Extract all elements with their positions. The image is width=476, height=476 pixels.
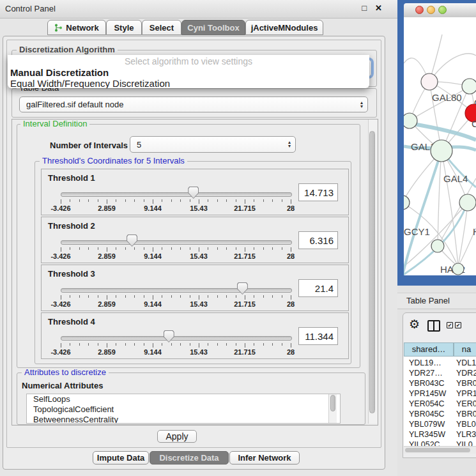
table-hscrollbar-track[interactable] bbox=[404, 446, 476, 454]
slider-tick bbox=[291, 343, 291, 348]
network-node[interactable] bbox=[431, 240, 444, 252]
table-row[interactable]: YLR345WYLR3 bbox=[404, 429, 476, 440]
slider-tick-label: 9.144 bbox=[134, 348, 172, 356]
tab-infer-network[interactable]: Infer Network bbox=[229, 451, 300, 464]
slider-tick-label: 2.859 bbox=[88, 204, 126, 212]
tab-discretize-data[interactable]: Discretize Data bbox=[150, 451, 229, 464]
table-row[interactable]: YDR27…YDR2 bbox=[404, 368, 476, 378]
network-node[interactable] bbox=[431, 140, 452, 162]
column-header-shared-name[interactable]: shared… bbox=[404, 342, 454, 357]
apply-button[interactable]: Apply bbox=[157, 430, 197, 443]
tab-label: jActiveMNodules bbox=[251, 23, 318, 33]
slider-tick-label: 15.43 bbox=[180, 300, 218, 308]
slider-tick-label: 9.144 bbox=[134, 204, 172, 212]
slider-tick-label: 21.715 bbox=[226, 300, 264, 308]
attr-scrollbar-thumb[interactable] bbox=[330, 395, 335, 411]
slider-tick bbox=[291, 295, 291, 300]
slider-tick bbox=[208, 247, 208, 250]
network-canvas[interactable]: GAL80GCGAL11GAL4GCY1HHAP2 bbox=[404, 17, 476, 275]
threshold-slider-track[interactable] bbox=[61, 240, 292, 245]
slider-tick bbox=[70, 295, 70, 298]
threshold-value-field[interactable]: 11.344 bbox=[298, 327, 338, 345]
network-node[interactable] bbox=[404, 113, 417, 128]
threshold-value-field[interactable]: 21.4 bbox=[298, 279, 338, 297]
settings-scrollbar-thumb[interactable] bbox=[369, 131, 375, 413]
table-row[interactable]: YBR045CYBR0 bbox=[404, 409, 476, 419]
split-columns-icon[interactable] bbox=[427, 320, 440, 332]
slider-tick bbox=[79, 343, 80, 346]
threshold-list: Threshold 1-3.4262.8599.14415.4321.71528… bbox=[38, 169, 347, 360]
close-icon[interactable]: ✕ bbox=[375, 3, 382, 13]
slider-thumb[interactable] bbox=[237, 282, 248, 295]
column-header-name[interactable]: na bbox=[454, 342, 476, 357]
threshold-label: Threshold 4 bbox=[48, 317, 95, 326]
tab-cyni-toolbox[interactable]: Cyni Toolbox bbox=[181, 20, 245, 35]
table-hscrollbar-thumb[interactable] bbox=[405, 448, 470, 452]
tab-style[interactable]: Style bbox=[106, 20, 142, 35]
slider-tick bbox=[153, 199, 153, 204]
slider-tick bbox=[61, 295, 61, 300]
slider-tick bbox=[254, 343, 254, 346]
tab-network[interactable]: Network bbox=[47, 20, 106, 35]
gear-icon[interactable]: ⚙ bbox=[409, 317, 420, 332]
threshold-label: Threshold 1 bbox=[48, 173, 95, 183]
table-row[interactable]: YBL079WYBL0 bbox=[404, 419, 476, 429]
table-row[interactable]: YBR043CYBR0 bbox=[404, 378, 476, 388]
table-data-combobox[interactable]: galFiltered.sif default node ▴▾ bbox=[19, 96, 368, 112]
slider-tick-label: 15.43 bbox=[180, 252, 218, 260]
slider-tick-label: 9.144 bbox=[134, 252, 172, 260]
tab-jactivemnodules[interactable]: jActiveMNodules bbox=[245, 20, 323, 35]
network-node[interactable] bbox=[462, 79, 476, 94]
table-row[interactable]: YPR145WYPR1 bbox=[404, 388, 476, 399]
network-node[interactable] bbox=[452, 263, 464, 275]
slider-tick bbox=[171, 343, 172, 346]
cell-name: YER0 bbox=[456, 399, 476, 408]
threshold-slider-track[interactable] bbox=[61, 288, 292, 293]
cell-shared-name: YDL19… bbox=[409, 358, 441, 367]
slider-tick-label: 2.859 bbox=[88, 348, 126, 356]
slider-tick bbox=[190, 199, 190, 202]
table-row[interactable]: YER054CYER0 bbox=[404, 399, 476, 409]
slider-tick bbox=[208, 343, 208, 346]
checkbox-icon[interactable]: ✔ bbox=[455, 322, 461, 328]
combo-arrows-icon: ▴▾ bbox=[360, 101, 367, 109]
slider-tick bbox=[88, 295, 89, 298]
attribute-list-item[interactable]: TopologicalCoefficient bbox=[27, 404, 340, 415]
slider-thumb[interactable] bbox=[127, 234, 137, 247]
tab-select[interactable]: Select bbox=[142, 20, 181, 35]
slider-tick bbox=[217, 199, 218, 202]
algorithm-option[interactable]: Manual Discretization bbox=[8, 67, 369, 78]
threshold-value-field[interactable]: 6.316 bbox=[298, 231, 338, 249]
slider-tick bbox=[134, 295, 135, 298]
algorithm-option[interactable]: Equal Width/Frequency Discretization bbox=[8, 78, 369, 88]
float-window-icon[interactable]: □ bbox=[362, 3, 367, 13]
slider-thumb[interactable] bbox=[188, 187, 199, 199]
attribute-list-item[interactable]: BetweennessCentrality bbox=[27, 415, 340, 424]
zoom-button[interactable] bbox=[438, 6, 447, 14]
checkbox-icon[interactable]: ✔ bbox=[447, 322, 453, 328]
slider-tick bbox=[291, 247, 291, 252]
slider-thumb[interactable] bbox=[164, 330, 174, 342]
cell-name: YLR3 bbox=[456, 430, 476, 439]
slider-tick-label: 28 bbox=[272, 300, 310, 308]
threshold-value-field[interactable]: 14.713 bbox=[298, 183, 338, 201]
network-node[interactable] bbox=[421, 73, 438, 90]
network-node[interactable] bbox=[459, 194, 476, 211]
cell-name: YDR2 bbox=[456, 369, 476, 378]
network-window-titlebar[interactable] bbox=[404, 3, 476, 18]
num-intervals-combobox[interactable]: 5 ▴▾ bbox=[130, 136, 296, 153]
close-button[interactable] bbox=[415, 6, 424, 14]
slider-tick bbox=[236, 343, 236, 346]
table-row[interactable]: YDL19…YDL1 bbox=[404, 358, 476, 368]
num-intervals-label: Number of Intervals bbox=[50, 141, 128, 150]
threshold-slider-track[interactable] bbox=[61, 336, 292, 341]
attribute-list-item[interactable]: SelfLoops bbox=[27, 394, 340, 404]
slider-tick bbox=[125, 343, 126, 346]
threshold-slider-track[interactable] bbox=[61, 192, 292, 197]
slider-tick-label: -3.426 bbox=[42, 300, 80, 308]
minimize-button[interactable] bbox=[427, 6, 435, 14]
slider-tick bbox=[125, 199, 126, 202]
network-node[interactable] bbox=[404, 196, 410, 210]
slider-tick bbox=[125, 295, 126, 298]
tab-impute-data[interactable]: Impute Data bbox=[93, 451, 149, 464]
